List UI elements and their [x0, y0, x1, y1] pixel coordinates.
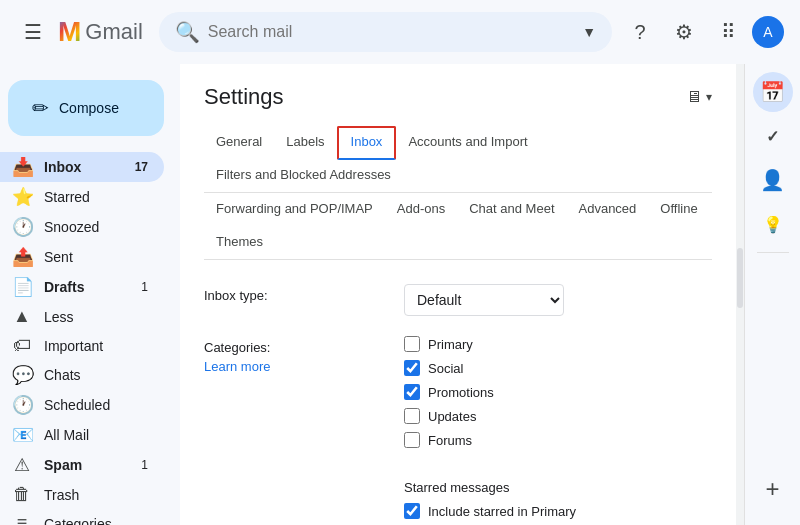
drafts-badge: 1	[141, 280, 148, 294]
right-bar-keep[interactable]: 💡	[753, 204, 793, 244]
sidebar-item-scheduled[interactable]: 🕐 Scheduled	[0, 390, 164, 420]
scrollbar-thumb	[737, 248, 743, 308]
tab-advanced[interactable]: Advanced	[567, 193, 649, 227]
main-content: Settings 🖥 ▾ General Labels Inbox Accoun…	[180, 64, 736, 525]
settings-tabs: General Labels Inbox Accounts and Import…	[204, 126, 712, 193]
tab-accounts[interactable]: Accounts and Import	[396, 126, 539, 160]
starred-row: Starred messages Include starred in Prim…	[204, 476, 712, 525]
tab-labels[interactable]: Labels	[274, 126, 336, 160]
chevron-up-icon: ▲	[12, 306, 32, 327]
right-bar-calendar[interactable]: 📅	[753, 72, 793, 112]
sidebar-item-less[interactable]: ▲ Less	[0, 302, 164, 331]
tab-themes[interactable]: Themes	[204, 226, 275, 260]
right-sidebar: 📅 ✓ 👤 💡 +	[744, 64, 800, 525]
sidebar-item-important[interactable]: 🏷 Important	[0, 331, 164, 360]
tab-filters[interactable]: Filters and Blocked Addresses	[204, 159, 403, 193]
search-dropdown-icon[interactable]: ▼	[582, 24, 596, 40]
categories-row: Categories: Learn more Primary Social	[204, 336, 712, 456]
vertical-scrollbar[interactable]	[736, 64, 744, 525]
compose-button[interactable]: ✏ Compose	[8, 80, 164, 136]
spam-icon: ⚠	[12, 454, 32, 476]
sidebar-item-label: Scheduled	[44, 397, 148, 413]
settings-display-icon: 🖥 ▾	[686, 88, 712, 106]
inbox-icon: 📥	[12, 156, 32, 178]
sidebar-item-label: Important	[44, 338, 148, 354]
sidebar-item-label: All Mail	[44, 427, 148, 443]
social-checkbox[interactable]	[404, 360, 420, 376]
inbox-type-select[interactable]: Default Important first Unread first Sta…	[404, 284, 564, 316]
important-icon: 🏷	[12, 335, 32, 356]
help-icon[interactable]: ?	[620, 12, 660, 52]
sidebar-item-label: Trash	[44, 487, 148, 503]
forums-label: Forums	[428, 433, 472, 448]
right-bar-divider	[757, 252, 789, 253]
sidebar-item-label: Starred	[44, 189, 148, 205]
settings-body: Inbox type: Default Important first Unre…	[204, 260, 712, 525]
starred-checkbox[interactable]	[404, 503, 420, 519]
primary-label: Primary	[428, 337, 473, 352]
sidebar-item-snoozed[interactable]: 🕐 Snoozed	[0, 212, 164, 242]
promotions-checkbox[interactable]	[404, 384, 420, 400]
starred-option-row: Include starred in Primary	[404, 503, 712, 519]
inbox-badge: 17	[135, 160, 148, 174]
tab-general[interactable]: General	[204, 126, 274, 160]
settings-tabs-row2: Forwarding and POP/IMAP Add-ons Chat and…	[204, 193, 712, 260]
chats-icon: 💬	[12, 364, 32, 386]
category-promotions: Promotions	[404, 384, 712, 400]
settings-panel: Settings 🖥 ▾ General Labels Inbox Accoun…	[180, 64, 736, 525]
compose-label: Compose	[59, 100, 119, 116]
sidebar-item-label: Inbox	[44, 159, 123, 175]
updates-checkbox[interactable]	[404, 408, 420, 424]
tab-forwarding[interactable]: Forwarding and POP/IMAP	[204, 193, 385, 227]
search-input[interactable]	[208, 23, 574, 41]
sidebar-item-drafts[interactable]: 📄 Drafts 1	[0, 272, 164, 302]
tab-addons[interactable]: Add-ons	[385, 193, 457, 227]
sidebar-item-label: Snoozed	[44, 219, 148, 235]
settings-title-text: Settings	[204, 84, 284, 110]
right-bar-contacts[interactable]: 👤	[753, 160, 793, 200]
sidebar-item-sent[interactable]: 📤 Sent	[0, 242, 164, 272]
snoozed-icon: 🕐	[12, 216, 32, 238]
topbar: ☰ M Gmail 🔍 ▼ ? ⚙ ⠿ A	[0, 0, 800, 64]
sidebar-item-all-mail[interactable]: 📧 All Mail	[0, 420, 164, 450]
tab-offline[interactable]: Offline	[648, 193, 709, 227]
primary-checkbox[interactable]	[404, 336, 420, 352]
search-icon: 🔍	[175, 20, 200, 44]
categories-label: Categories: Learn more	[204, 336, 404, 374]
gmail-text: Gmail	[85, 19, 142, 45]
search-bar: 🔍 ▼	[159, 12, 612, 52]
sidebar-item-chats[interactable]: 💬 Chats	[0, 360, 164, 390]
drafts-icon: 📄	[12, 276, 32, 298]
sidebar-item-label: Drafts	[44, 279, 129, 295]
spam-badge: 1	[141, 458, 148, 472]
right-bar-add-button[interactable]: +	[753, 469, 793, 509]
avatar[interactable]: A	[752, 16, 784, 48]
sidebar-item-label: Chats	[44, 367, 148, 383]
sidebar-item-trash[interactable]: 🗑 Trash	[0, 480, 164, 509]
category-social: Social	[404, 360, 712, 376]
sidebar-item-starred[interactable]: ⭐ Starred	[0, 182, 164, 212]
sidebar: ✏ Compose 📥 Inbox 17 ⭐ Starred 🕐 Snoozed…	[0, 64, 180, 525]
forums-checkbox[interactable]	[404, 432, 420, 448]
gmail-m-icon: M	[58, 16, 81, 48]
settings-icon[interactable]: ⚙	[664, 12, 704, 52]
tab-inbox[interactable]: Inbox	[337, 126, 397, 160]
settings-title: Settings 🖥 ▾	[204, 84, 712, 110]
apps-icon[interactable]: ⠿	[708, 12, 748, 52]
tab-chat[interactable]: Chat and Meet	[457, 193, 566, 227]
hamburger-menu[interactable]: ☰	[16, 12, 50, 52]
right-bar-tasks[interactable]: ✓	[753, 116, 793, 156]
inbox-type-value: Default Important first Unread first Sta…	[404, 284, 712, 316]
topbar-actions: ? ⚙ ⠿ A	[620, 12, 784, 52]
gmail-logo: M Gmail	[58, 16, 143, 48]
inbox-type-row: Inbox type: Default Important first Unre…	[204, 284, 712, 316]
promotions-label: Promotions	[428, 385, 494, 400]
scheduled-icon: 🕐	[12, 394, 32, 416]
sidebar-item-categories[interactable]: ≡ Categories	[0, 509, 164, 525]
sent-icon: 📤	[12, 246, 32, 268]
sidebar-item-label: Spam	[44, 457, 129, 473]
sidebar-item-spam[interactable]: ⚠ Spam 1	[0, 450, 164, 480]
learn-more-link[interactable]: Learn more	[204, 359, 404, 374]
sidebar-item-inbox[interactable]: 📥 Inbox 17	[0, 152, 164, 182]
sidebar-item-label: Categories	[44, 516, 148, 526]
